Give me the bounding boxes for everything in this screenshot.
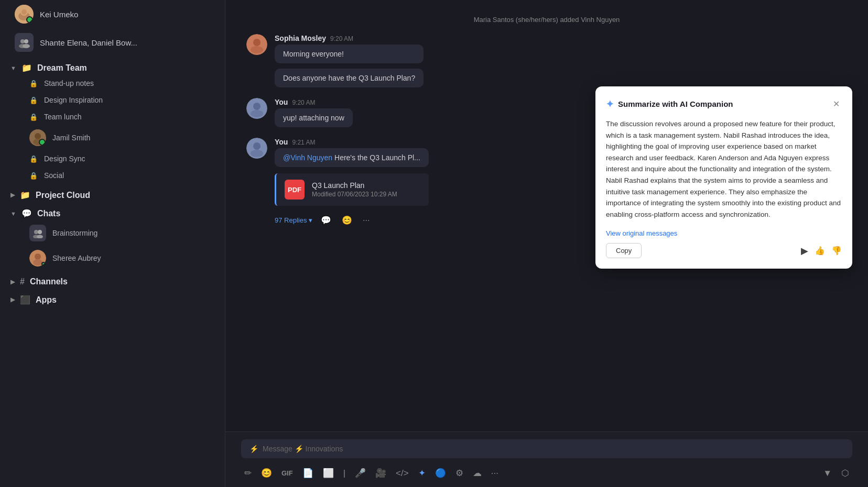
microphone-icon[interactable]: 🎤 [352,466,369,481]
avatar-jamil [29,129,46,146]
apps-icon: ⬛ [20,295,30,305]
avatar-sophia [246,34,267,55]
replies-count: 97 Replies ▾ [275,216,312,224]
msg-bubble-you-1: yup! attaching now [275,108,353,127]
avatar-you-2 [246,138,267,159]
file-attachment[interactable]: PDF Q3 Launch Plan Modified 07/06/2023 1… [275,173,429,206]
sidebar-section-chats[interactable]: ▼ 💬 Chats [0,202,225,220]
sidebar-item-kei[interactable]: Kei Umeko [4,1,221,28]
ai-footer: Copy ▶ 👍 👎 [606,243,842,258]
msg-content-you-1: You 9:20 AM yup! attaching now [275,98,353,127]
file-meta: Modified 07/06/2023 10:29 AM [312,191,397,198]
msg-meta-you-1: You 9:20 AM [275,98,353,106]
filter-icon[interactable]: ▼ [820,466,835,481]
sidebar-item-design-sync[interactable]: 🔒 Design Sync [4,151,221,167]
avatar-brainstorming [29,225,46,241]
chats-label: Chats [37,209,60,218]
mention-vinh: @Vinh Nguyen [283,153,332,162]
chevron-down-icon: ▼ [10,65,16,71]
ai-panel-header: ✦ Summarize with AI Companion ✕ [606,97,842,111]
ai-companion-panel: ✦ Summarize with AI Companion ✕ The disc… [595,86,852,269]
comment-icon[interactable]: 💬 [319,214,333,226]
message-input-wrapper: ⚡ [241,439,852,458]
chat-area: Maria Santos (she/her/hers) added Vinh N… [225,0,868,431]
sidebar-item-standup[interactable]: 🔒 Stand-up notes [4,75,221,91]
avatar-sheree [29,250,46,267]
gif-icon[interactable]: GIF [278,467,296,479]
apps-label: Apps [36,295,57,305]
svg-point-25 [253,142,261,150]
lightning-icon: ⚡ [249,445,258,453]
svg-point-3 [21,9,27,15]
format-icon[interactable]: ✏ [241,466,255,481]
hash-icon: # [20,277,25,286]
replies-button[interactable]: 97 Replies ▾ [275,216,312,224]
svg-point-19 [253,39,261,46]
brainstorming-label: Brainstorming [52,229,97,237]
message-input[interactable] [263,445,844,453]
msg-content-sophia: Sophia Mosley 9:20 AM Morning everyone! … [275,34,424,87]
message-toolbar: ✏ 😊 GIF 📄 ⬜ | 🎤 🎥 </> ✦ 🔵 ⚙ ☁ ··· ▼ ⬡ [241,463,852,483]
code-icon[interactable]: </> [393,466,412,481]
ai-close-button[interactable]: ✕ [831,97,842,111]
ai-thumbdown-button[interactable]: 👎 [831,246,842,256]
project-cloud-label: Project Cloud [36,191,90,200]
lock-icon-social: 🔒 [29,172,38,180]
file-info: Q3 Launch Plan Modified 07/06/2023 10:29… [312,181,397,198]
chat-icon: 💬 [21,208,32,218]
ai-play-button[interactable]: ▶ [801,245,808,257]
ai-copy-button[interactable]: Copy [606,243,642,258]
pdf-icon: PDF [285,180,305,200]
msg-author-you-1: You [275,98,288,106]
more-icon[interactable]: ··· [361,215,372,226]
sidebar-item-sheree[interactable]: Sheree Aubrey [4,246,221,270]
svg-point-12 [38,230,42,234]
sidebar-section-channels[interactable]: ▶ # Channels [0,271,225,289]
emoji-icon[interactable]: 😊 [340,214,354,226]
team-lunch-label: Team lunch [44,113,82,121]
msg-content-you-2: You 9:21 AM @Vinh Nguyen Here's the Q3 L… [275,138,429,229]
sidebar-label-shante: Shante Elena, Daniel Bow... [40,38,137,47]
chevron-right-icon-apps: ▶ [10,296,15,303]
standup-label: Stand-up notes [44,79,94,87]
sidebar-item-shante[interactable]: Shante Elena, Daniel Bow... [4,29,221,56]
sidebar-section-apps[interactable]: ▶ ⬛ Apps [0,289,225,307]
file-name: Q3 Launch Plan [312,181,397,190]
crop-icon[interactable]: ⬜ [320,466,337,481]
more-toolbar-icon[interactable]: ··· [488,466,502,481]
sidebar-section-project-cloud[interactable]: ▶ 📁 Project Cloud [0,184,225,202]
sidebar-item-social[interactable]: 🔒 Social [4,168,221,183]
msg-author-sophia: Sophia Mosley [275,34,326,42]
msg-bubble-sophia: Morning everyone! [275,45,424,63]
sidebar-label-kei: Kei Umeko [40,10,78,19]
expand-icon[interactable]: ⬡ [838,466,852,481]
msg-time-sophia: 9:20 AM [330,35,353,42]
sidebar-item-design-inspiration[interactable]: 🔒 Design Inspiration [4,92,221,108]
design-inspiration-label: Design Inspiration [44,96,103,104]
settings-icon[interactable]: ⚙ [452,466,466,481]
emoji-toolbar-icon[interactable]: 😊 [258,466,275,481]
svg-point-23 [251,110,263,117]
avatar-shante [15,33,34,52]
circle-icon[interactable]: 🔵 [432,466,449,481]
svg-point-9 [35,133,41,139]
sidebar-section-dream-team[interactable]: ▼ 📁 Dream Team [0,57,225,75]
sidebar-item-brainstorming[interactable]: Brainstorming [4,221,221,245]
msg-meta-sophia: Sophia Mosley 9:20 AM [275,34,424,42]
sidebar-item-jamil[interactable]: Jamil Smith [4,126,221,150]
msg-time-you-1: 9:20 AM [292,99,315,106]
svg-point-20 [251,46,263,53]
lock-icon-sync: 🔒 [29,155,38,163]
ai-star-icon: ✦ [606,98,614,110]
sidebar-item-team-lunch[interactable]: 🔒 Team lunch [4,109,221,125]
ai-thumbup-button[interactable]: 👍 [815,246,825,256]
ai-view-original-link[interactable]: View original messages [606,229,677,237]
ai-toolbar-icon[interactable]: ✦ [415,466,429,481]
sidebar: Kei Umeko Shante Elena, Daniel Bow... ▼ … [0,0,225,487]
video-icon[interactable]: 🎥 [372,466,389,481]
msg-bubble-sophia-2: Does anyone have the Q3 Launch Plan? [275,69,424,87]
file-icon-toolbar[interactable]: 📄 [299,466,317,481]
separator-icon: | [340,466,349,481]
sheree-label: Sheree Aubrey [52,254,101,262]
cloud-icon[interactable]: ☁ [470,466,485,481]
